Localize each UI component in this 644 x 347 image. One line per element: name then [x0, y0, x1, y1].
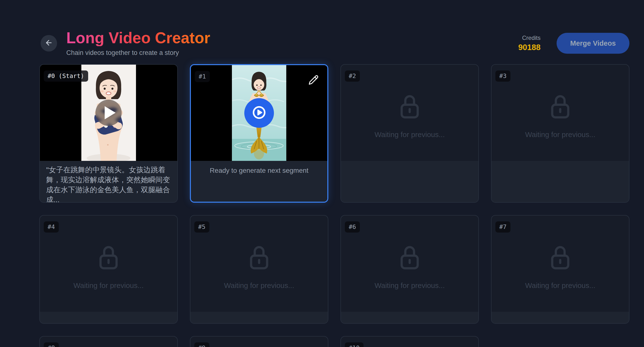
segment-7-locked-state: Waiting for previous... — [525, 238, 596, 290]
segment-0-video[interactable]: #0 (Start) — [40, 65, 177, 161]
waiting-text: Waiting for previous... — [224, 281, 294, 290]
segment-1-play-button[interactable] — [244, 98, 274, 128]
segment-card-7: #7 Waiting for previous... — [491, 215, 630, 324]
segment-5-locked-state: Waiting for previous... — [224, 238, 294, 290]
segment-2-footer — [341, 161, 478, 202]
segment-card-10: #10 Waiting for previous... — [340, 336, 479, 347]
edit-pencil-icon — [308, 82, 318, 86]
segment-card-6: #6 Waiting for previous... — [340, 215, 479, 324]
segment-grid: #0 (Start) — [39, 64, 630, 347]
play-icon — [105, 106, 116, 119]
segment-4-footer — [40, 312, 177, 323]
segment-9-badge: #9 — [194, 342, 209, 347]
segment-0-caption: "女子在跳舞的中景镜头。女孩边跳着舞，现实边溶解成液体，突然她瞬间变成在水下游泳… — [40, 161, 177, 203]
lock-icon — [398, 244, 421, 271]
segment-4-locked-state: Waiting for previous... — [74, 238, 144, 290]
segment-1-edit-button[interactable] — [308, 75, 318, 86]
lock-icon — [98, 244, 120, 271]
segment-5-video: #5 Waiting for previous... — [190, 216, 328, 312]
segment-5-footer — [190, 312, 328, 323]
header: Long Video Creator Chain videos together… — [0, 0, 644, 64]
segment-6-locked-state: Waiting for previous... — [375, 238, 445, 290]
waiting-text: Waiting for previous... — [74, 281, 144, 290]
segment-8-video: #8 Waiting for previous... — [40, 336, 177, 347]
segment-card-9: #9 Waiting for previous... — [190, 336, 328, 347]
page-subtitle: Chain videos together to create a story — [66, 49, 210, 57]
segment-card-2: #2 Waiting for previous... — [340, 64, 479, 203]
segment-card-8: #8 Waiting for previous... — [39, 336, 178, 347]
segment-7-video: #7 Waiting for previous... — [492, 216, 629, 312]
segment-7-footer — [492, 312, 629, 323]
segment-card-1[interactable]: #1 — [190, 64, 328, 203]
credits-block: Credits 90188 — [518, 35, 540, 52]
back-button[interactable] — [40, 35, 57, 52]
segment-1-badge: #1 — [195, 71, 210, 82]
segment-2-badge: #2 — [345, 71, 360, 82]
segment-3-video: #3 Waiting for previous... — [492, 65, 629, 161]
waiting-text: Waiting for previous... — [375, 281, 445, 290]
segment-3-badge: #3 — [496, 71, 510, 82]
segment-10-badge: #10 — [345, 342, 364, 347]
segment-1-video[interactable]: #1 — [191, 65, 327, 161]
credits-label: Credits — [518, 35, 540, 41]
segment-2-locked-state: Waiting for previous... — [375, 87, 445, 139]
segment-6-video: #6 Waiting for previous... — [341, 216, 478, 312]
arrow-left-icon — [45, 39, 53, 48]
segment-7-badge: #7 — [496, 221, 510, 233]
waiting-text: Waiting for previous... — [375, 131, 445, 139]
segment-8-badge: #8 — [44, 342, 59, 347]
segment-1-status: Ready to generate next segment — [191, 161, 327, 202]
segment-6-footer — [341, 312, 478, 323]
lock-icon — [398, 93, 421, 120]
waiting-text: Waiting for previous... — [525, 131, 596, 139]
segment-9-video: #9 Waiting for previous... — [190, 336, 328, 347]
segment-4-video: #4 Waiting for previous... — [40, 216, 177, 312]
lock-icon — [549, 93, 572, 120]
segment-4-badge: #4 — [44, 221, 59, 233]
segment-card-5: #5 Waiting for previous... — [190, 215, 328, 324]
title-block: Long Video Creator Chain videos together… — [66, 30, 210, 57]
merge-videos-button[interactable]: Merge Videos — [556, 33, 630, 54]
page-title: Long Video Creator — [66, 30, 210, 46]
segment-10-video: #10 Waiting for previous... — [341, 336, 478, 347]
lock-icon — [549, 244, 572, 271]
segment-2-video: #2 Waiting for previous... — [341, 65, 478, 161]
segment-0-play-button[interactable] — [96, 100, 122, 126]
segment-3-locked-state: Waiting for previous... — [525, 87, 596, 139]
long-video-creator-page: Long Video Creator Chain videos together… — [0, 0, 644, 347]
waiting-text: Waiting for previous... — [525, 281, 596, 290]
credits-value: 90188 — [518, 43, 540, 52]
segment-card-4: #4 Waiting for previous... — [39, 215, 178, 324]
segment-6-badge: #6 — [345, 221, 360, 233]
lock-icon — [248, 244, 270, 271]
segment-card-3: #3 Waiting for previous... — [491, 64, 630, 203]
segment-0-badge: #0 (Start) — [44, 71, 88, 82]
segment-3-footer — [492, 161, 629, 202]
play-circle-icon — [252, 106, 266, 121]
header-right: Credits 90188 Merge Videos — [518, 33, 630, 54]
segment-card-0[interactable]: #0 (Start) — [39, 64, 178, 203]
segment-5-badge: #5 — [194, 221, 209, 233]
